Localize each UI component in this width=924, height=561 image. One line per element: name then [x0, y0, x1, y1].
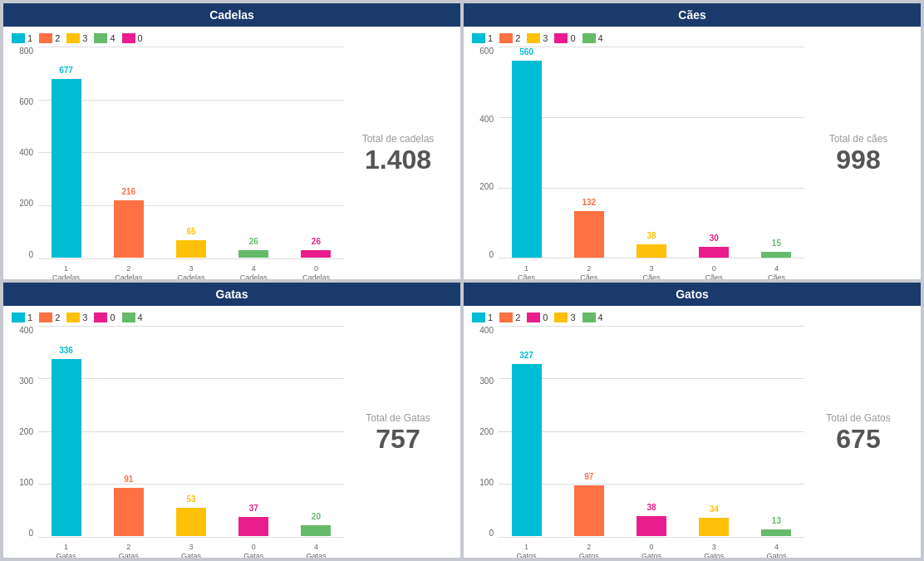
- legend-gatas: 12304: [12, 312, 344, 322]
- total-value-gatos: 675: [836, 424, 880, 455]
- bar-caes-38: 38: [636, 244, 666, 258]
- total-label-cadelas: Total de cadelas: [362, 133, 435, 145]
- bar-group-caes-38: 383Cães: [623, 47, 679, 258]
- legend-gatos: 12034: [472, 312, 804, 322]
- bars-container-cadelas: 6771Cadelas2162Cadelas653Cadelas264Cadel…: [12, 47, 344, 276]
- total-label-gatos: Total de Gatos: [826, 412, 890, 424]
- chart-left-gatos: 1203440030020010003271Gatos972Gatos380Ga…: [472, 312, 804, 555]
- legend-label-gatos-2: 2: [515, 312, 520, 322]
- legend-label-caes-2: 2: [515, 33, 520, 43]
- legend-label-gatos-4: 4: [598, 312, 603, 322]
- legend-color-gatos-3: [554, 312, 568, 322]
- bar-value-label-gatos: 13: [772, 516, 781, 525]
- bar-group-cadelas-677: 6771Cadelas: [38, 47, 94, 258]
- bar-value-label-cadelas: 26: [312, 237, 321, 246]
- bar-cadelas-216: 216: [114, 200, 144, 257]
- bar-gatos-38: 38: [636, 516, 666, 536]
- bar-group-caes-30: 300Cães: [686, 47, 742, 258]
- legend-label-caes-0: 0: [570, 33, 575, 43]
- legend-item-gatas-2: 2: [39, 312, 60, 322]
- legend-color-caes-0: [554, 33, 568, 43]
- bar-axis-label-gatos: 3Gatos: [704, 543, 724, 558]
- bar-chart-area-caes: 60040020005601Cães1322Cães383Cães300Cães…: [472, 47, 804, 276]
- bar-group-caes-560: 5601Cães: [499, 47, 554, 258]
- bar-axis-label-caes: 2Cães: [580, 264, 597, 279]
- chart-left-gatas: 1230440030020010003361Gatas912Gatas533Ga…: [12, 312, 344, 555]
- bar-axis-label-gatas: 3Gatas: [181, 543, 201, 558]
- legend-item-gatas-0: 0: [94, 312, 115, 322]
- bar-chart-area-cadelas: 80060040020006771Cadelas2162Cadelas653Ca…: [12, 47, 344, 276]
- bars-wrapper-cadelas: 6771Cadelas2162Cadelas653Cadelas264Cadel…: [38, 47, 344, 258]
- chart-content-gatas: 1230440030020010003361Gatas912Gatas533Ga…: [3, 306, 460, 559]
- bar-gatas-53: 53: [176, 508, 206, 536]
- legend-item-gatas-1: 1: [12, 312, 32, 322]
- chart-title-gatas: Gatas: [3, 283, 460, 306]
- legend-label-caes-4: 4: [598, 33, 603, 43]
- bar-axis-label-cadelas: 0Cadelas: [302, 264, 330, 279]
- grid-line: [499, 537, 804, 538]
- legend-label-gatas-1: 1: [27, 312, 32, 322]
- bar-value-label-cadelas: 216: [121, 187, 135, 196]
- bar-cadelas-26: 26: [301, 250, 331, 257]
- legend-label-cadelas-1: 1: [27, 33, 32, 43]
- legend-item-caes-3: 3: [527, 33, 548, 43]
- chart-content-gatos: 1203440030020010003271Gatos972Gatos380Ga…: [464, 306, 921, 559]
- bar-value-label-gatas: 53: [186, 495, 195, 504]
- chart-title-gatos: Gatos: [464, 283, 921, 306]
- bar-gatas-336: 336: [52, 359, 81, 536]
- bar-axis-label-cadelas: 4Cadelas: [240, 264, 268, 279]
- legend-item-gatos-3: 3: [554, 312, 575, 322]
- bar-value-label-gatos: 38: [646, 503, 656, 512]
- legend-item-cadelas-0: 0: [122, 33, 143, 43]
- legend-item-caes-0: 0: [554, 33, 575, 43]
- bar-gatas-20: 20: [301, 525, 331, 536]
- bar-value-label-gatas: 91: [124, 475, 133, 484]
- bar-gatos-327: 327: [512, 364, 542, 536]
- bar-value-label-caes: 560: [519, 47, 533, 57]
- legend-item-gatos-4: 4: [582, 312, 603, 322]
- bar-group-gatas-20: 204Gatas: [288, 326, 344, 537]
- bar-group-gatas-91: 912Gatas: [101, 326, 156, 537]
- legend-color-caes-1: [472, 33, 485, 43]
- bar-value-label-gatas: 20: [312, 512, 321, 521]
- bar-value-label-gatos: 97: [584, 472, 593, 481]
- legend-label-gatas-4: 4: [138, 312, 143, 322]
- legend-color-gatas-1: [12, 312, 25, 322]
- bars-wrapper-gatos: 3271Gatos972Gatos380Gatos343Gatos134Gato…: [499, 326, 804, 537]
- legend-color-gatos-2: [499, 312, 513, 322]
- legend-item-caes-4: 4: [582, 33, 603, 43]
- bar-caes-560: 560: [512, 61, 542, 258]
- legend-item-cadelas-2: 2: [39, 33, 60, 43]
- legend-item-cadelas-4: 4: [94, 33, 115, 43]
- bar-axis-label-gatos: 0Gatos: [641, 543, 661, 558]
- legend-color-cadelas-4: [94, 33, 107, 43]
- chart-title-cadelas: Cadelas: [3, 3, 460, 27]
- legend-color-cadelas-2: [39, 33, 52, 43]
- legend-label-gatas-0: 0: [110, 312, 115, 322]
- chart-panel-cadelas: Cadelas1234080060040020006771Cadelas2162…: [3, 3, 460, 279]
- legend-color-caes-3: [527, 33, 540, 43]
- bar-axis-label-cadelas: 1Cadelas: [52, 264, 80, 279]
- bar-group-gatas-37: 370Gatas: [226, 326, 282, 537]
- legend-color-cadelas-1: [12, 33, 25, 43]
- bar-axis-label-gatas: 1Gatas: [57, 543, 76, 558]
- legend-cadelas: 12340: [12, 33, 344, 43]
- bars-container-caes: 5601Cães1322Cães383Cães300Cães154Cães: [472, 47, 804, 276]
- legend-label-gatas-2: 2: [55, 312, 60, 322]
- legend-label-cadelas-0: 0: [138, 33, 143, 43]
- bar-axis-label-gatas: 2Gatas: [119, 543, 139, 558]
- bars-container-gatas: 3361Gatas912Gatas533Gatas370Gatas204Gata…: [12, 326, 344, 555]
- bar-value-label-gatas: 37: [249, 504, 258, 513]
- chart-title-caes: Cães: [464, 3, 921, 27]
- bars-container-gatos: 3271Gatos972Gatos380Gatos343Gatos134Gato…: [472, 326, 804, 555]
- legend-item-cadelas-3: 3: [66, 33, 87, 43]
- bar-caes-15: 15: [761, 252, 791, 257]
- bar-value-label-caes: 15: [772, 239, 781, 248]
- dashboard: Cadelas1234080060040020006771Cadelas2162…: [0, 0, 924, 561]
- bars-wrapper-caes: 5601Cães1322Cães383Cães300Cães154Cães: [499, 47, 804, 258]
- bar-gatos-34: 34: [699, 518, 729, 536]
- bar-group-caes-15: 154Cães: [749, 47, 804, 258]
- bar-group-cadelas-26: 260Cadelas: [288, 47, 344, 258]
- bars-wrapper-gatas: 3361Gatas912Gatas533Gatas370Gatas204Gata…: [38, 326, 344, 537]
- bar-axis-label-cadelas: 2Cadelas: [115, 264, 142, 279]
